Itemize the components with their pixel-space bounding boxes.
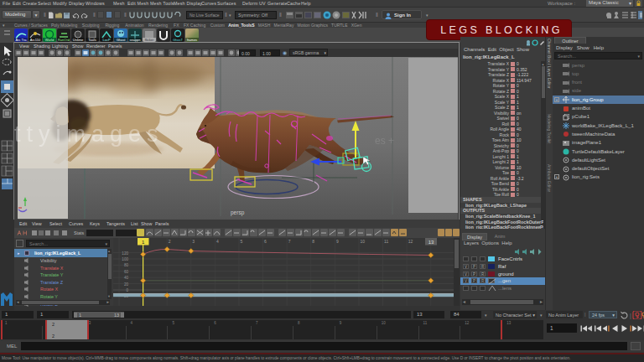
svg-text:2: 2 (169, 239, 171, 244)
svg-text:10: 10 (361, 239, 366, 244)
svg-text:3: 3 (192, 239, 195, 244)
svg-text:8: 8 (312, 239, 314, 244)
svg-text:13: 13 (428, 240, 434, 245)
svg-text:9: 9 (336, 239, 339, 244)
svg-text:ttyimages: ttyimages (14, 122, 164, 147)
svg-text:persp: persp (231, 209, 245, 216)
svg-text:60: 60 (124, 270, 129, 274)
svg-text:es +: es + (375, 135, 394, 147)
svg-text:40: 40 (124, 276, 129, 280)
svg-text:100: 100 (122, 257, 128, 261)
svg-text:11: 11 (384, 239, 388, 244)
svg-text:20: 20 (124, 282, 129, 287)
svg-text:6: 6 (264, 239, 267, 244)
svg-text:5: 5 (241, 239, 243, 244)
svg-text:12: 12 (408, 239, 413, 244)
svg-text:7: 7 (288, 239, 291, 244)
svg-text:120: 120 (122, 251, 128, 256)
svg-text:0: 0 (126, 288, 128, 292)
svg-text:4: 4 (216, 239, 219, 244)
svg-text:|: | (630, 313, 631, 319)
svg-text:80: 80 (124, 263, 129, 267)
